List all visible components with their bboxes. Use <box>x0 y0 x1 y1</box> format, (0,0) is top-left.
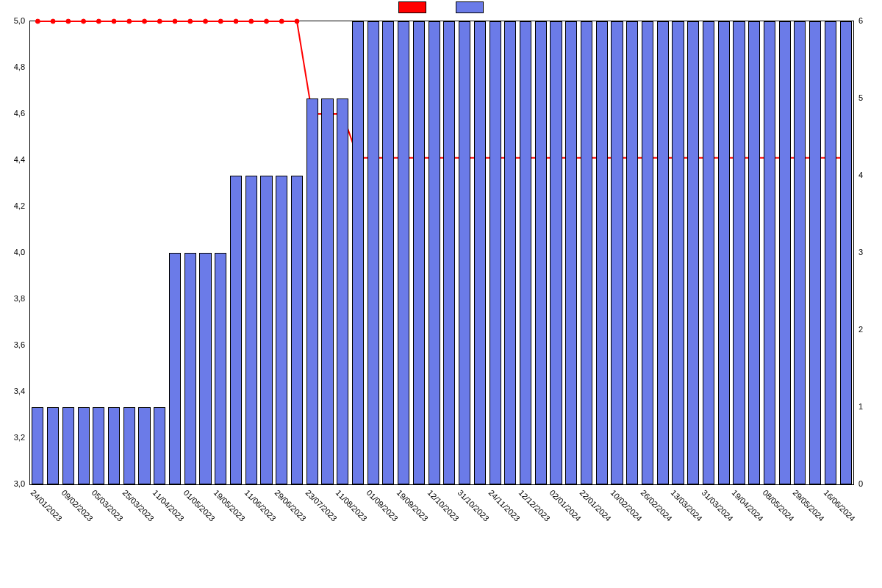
bar <box>718 21 730 484</box>
bar <box>245 176 257 484</box>
legend-item-bar <box>456 1 484 13</box>
x-tick: 11/08/2023 <box>334 488 369 523</box>
line-point <box>51 19 55 24</box>
bar <box>199 253 211 484</box>
bar <box>840 21 852 484</box>
bar <box>748 21 760 484</box>
x-tick: 13/03/2024 <box>670 488 704 523</box>
line-point <box>112 19 116 24</box>
x-tick: 10/02/2024 <box>609 488 643 523</box>
y-tick: 3,8 <box>0 294 28 303</box>
bar <box>550 21 562 484</box>
bar <box>779 21 791 484</box>
y-tick: 2 <box>856 325 882 334</box>
bar <box>352 21 364 484</box>
bar <box>672 21 684 484</box>
bar <box>306 98 318 484</box>
bar <box>260 176 272 484</box>
x-tick: 25/03/2023 <box>121 488 155 523</box>
line-point <box>264 19 268 24</box>
x-tick: 22/01/2024 <box>578 488 613 523</box>
bar <box>459 21 470 484</box>
bar <box>596 21 608 484</box>
bar <box>215 253 226 484</box>
x-tick: 23/07/2023 <box>304 488 338 523</box>
line-point <box>35 19 40 24</box>
bar <box>565 21 577 484</box>
x-tick: 24/01/2023 <box>29 488 64 523</box>
y-tick: 3,2 <box>0 433 28 442</box>
bar <box>520 21 531 484</box>
bar <box>398 21 409 484</box>
bar <box>276 176 287 484</box>
plot-area <box>29 21 854 485</box>
bar <box>184 253 196 484</box>
x-tick: 19/04/2024 <box>731 488 765 523</box>
x-tick: 29/05/2024 <box>792 488 826 523</box>
x-tick: 05/03/2023 <box>90 488 125 523</box>
bar <box>687 21 699 484</box>
line-point <box>143 19 147 24</box>
bar <box>443 21 455 484</box>
bar <box>642 21 653 484</box>
chart-root: 3,03,23,43,63,84,04,24,44,64,85,0 012345… <box>0 0 882 588</box>
line-point <box>295 19 299 24</box>
bar <box>230 176 242 484</box>
bar <box>169 253 181 484</box>
legend <box>0 1 882 13</box>
x-tick: 11/06/2023 <box>243 488 277 523</box>
bar <box>626 21 638 484</box>
y-tick: 3,4 <box>0 387 28 395</box>
legend-swatch-bar <box>456 1 484 13</box>
bar <box>703 21 714 484</box>
bar <box>368 21 379 484</box>
y-tick: 0 <box>856 479 882 488</box>
line-point <box>279 19 284 24</box>
bar <box>794 21 806 484</box>
x-tick: 24/11/2023 <box>487 488 521 523</box>
line-point <box>218 19 223 24</box>
y-tick: 4,8 <box>0 62 28 71</box>
bar <box>123 407 135 484</box>
x-tick: 01/05/2023 <box>182 488 216 523</box>
bar <box>474 21 486 484</box>
x-tick: 19/05/2023 <box>212 488 247 523</box>
bar <box>825 21 836 484</box>
bar <box>321 98 333 484</box>
bar <box>154 407 165 484</box>
y-tick: 4,6 <box>0 109 28 118</box>
x-tick: 11/04/2023 <box>151 488 186 523</box>
y-tick: 4,0 <box>0 248 28 257</box>
line-point <box>173 19 177 24</box>
line-point <box>127 19 132 24</box>
bar <box>490 21 501 484</box>
x-tick: 12/10/2023 <box>426 488 460 523</box>
x-tick: 08/05/2024 <box>761 488 795 523</box>
line-point <box>157 19 162 24</box>
line-point <box>204 19 208 24</box>
bar <box>611 21 623 484</box>
x-tick: 31/03/2024 <box>700 488 734 523</box>
x-tick: 09/02/2023 <box>60 488 94 523</box>
line-point <box>249 19 254 24</box>
legend-item-line <box>398 1 426 13</box>
y-tick: 4,4 <box>0 155 28 164</box>
bar <box>108 407 120 484</box>
bar <box>504 21 516 484</box>
x-tick: 12/12/2023 <box>517 488 552 523</box>
y-tick: 5,0 <box>0 16 28 25</box>
y-tick: 6 <box>856 16 882 25</box>
y-tick: 3 <box>856 248 882 257</box>
y-tick: 3,6 <box>0 340 28 349</box>
bar <box>535 21 547 484</box>
x-tick: 01/09/2023 <box>365 488 399 523</box>
x-axis: 24/01/202309/02/202305/03/202325/03/2023… <box>29 485 854 588</box>
line-point <box>188 19 193 24</box>
bar <box>62 407 74 484</box>
x-tick: 19/09/2023 <box>395 488 430 523</box>
x-tick: 26/02/2024 <box>639 488 674 523</box>
bar <box>581 21 592 484</box>
x-tick: 16/06/2024 <box>822 488 856 523</box>
bar <box>413 21 425 484</box>
bar <box>78 407 90 484</box>
